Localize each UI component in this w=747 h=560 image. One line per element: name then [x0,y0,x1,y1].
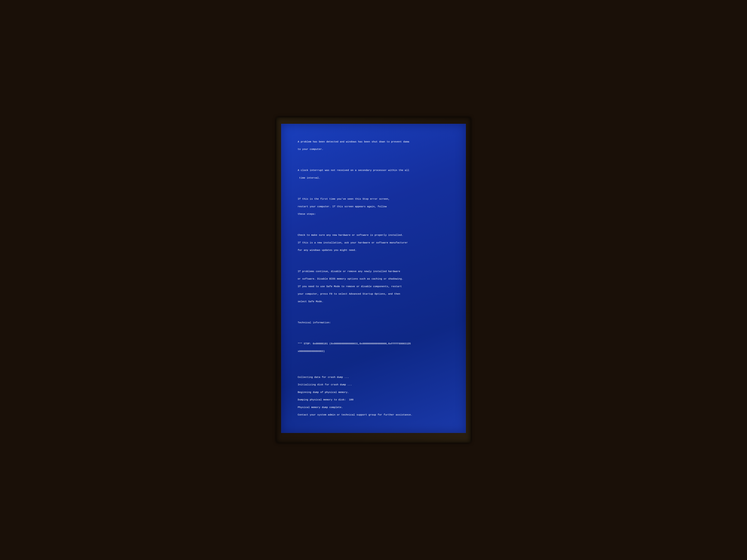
line-first-time: If this is the first time you've seen th… [298,198,390,201]
line-new-installation: If this is a new installation, ask your … [298,241,408,244]
line-stop-code-2: x0000000000000003) [298,350,325,353]
line-technical-info: Technical information: [298,321,331,324]
header-section: A problem has been detected and windows … [286,136,461,155]
line-these-steps: these steps: [298,213,316,215]
line-collecting: Collecting data for crash dump ... [298,376,349,379]
crash-dump-section: Collecting data for crash dump ... Initi… [286,372,461,421]
line-beginning-dump: Beginning dump of physical memory. [298,391,349,394]
bsod-content: A problem has been detected and windows … [286,129,461,428]
line-disable-bios: or software. Disable BIOS memory options… [298,277,403,280]
monitor-bezel: A problem has been detected and windows … [276,117,471,443]
line-initializing: Initializing disk for crash dump ... [298,383,352,386]
line-safe-mode: If you need to use Safe Mode to remove o… [298,285,402,288]
line-dump-complete: Physical memory dump complete. [298,406,343,409]
line-time-interval: time interval. [298,177,320,179]
line-problems-continue: If problems continue, disable or remove … [298,270,400,273]
line-select-safe-mode: select Safe Mode. [298,300,323,303]
line-stop-code: *** STOP: 0x00000101 (0x0000000000000031… [298,342,411,345]
line-press-f8: your computer, press F8 to select Advanc… [298,293,400,295]
hardware-section: Check to make sure any new hardware or s… [286,230,461,256]
problems-continue-section: If problems continue, disable or remove … [286,266,461,307]
line-restart: restart your computer. If this screen ap… [298,205,387,208]
first-time-section: If this is the first time you've seen th… [286,193,461,220]
line-contact-support: Contact your system admin or technical s… [298,414,412,416]
line-clock-interrupt: A clock interrupt was not received on a … [298,169,409,172]
line-dumping: Dumping physical memory to disk: 100 [298,398,353,401]
line-problem-detected: A problem has been detected and windows … [298,140,409,143]
bsod-screen: A problem has been detected and windows … [281,124,466,433]
stop-code-section: *** STOP: 0x00000101 (0x0000000000000031… [286,338,461,357]
line-windows-updates: for any windows updates you might need. [298,249,357,251]
line-check-hardware: Check to make sure any new hardware or s… [298,234,403,237]
clock-interrupt-section: A clock interrupt was not received on a … [286,165,461,184]
technical-info-section: Technical information: [286,317,461,328]
line-to-computer: to your computer. [298,148,323,151]
